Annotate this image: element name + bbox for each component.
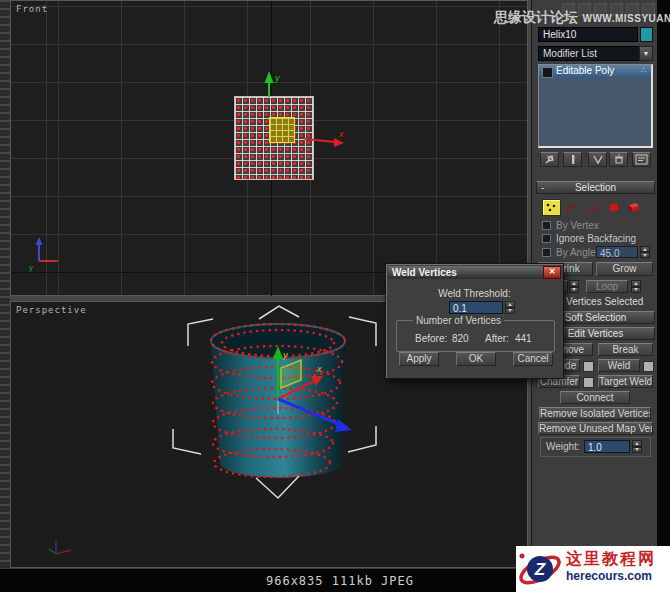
chamfer-settings-icon[interactable] <box>583 377 594 388</box>
image-info-text: 966x835 111kb JPEG <box>160 574 520 588</box>
modifier-list-dropdown[interactable]: Modifier List <box>538 46 653 61</box>
gizmo-y-label: y <box>282 350 288 360</box>
extrude-settings-icon[interactable] <box>583 361 594 372</box>
weld-threshold-field[interactable]: 0.1 <box>449 301 503 314</box>
ignore-backfacing-label: Ignore Backfacing <box>556 233 636 244</box>
weld-threshold-spinner[interactable] <box>505 301 515 314</box>
world-axis-y-label: y <box>29 263 33 272</box>
border-mode-icon[interactable] <box>583 199 600 214</box>
subobject-dots-icon: ∴ <box>641 66 647 75</box>
object-name-field[interactable]: Helix10 <box>538 27 638 42</box>
remove-isolated-vertices-button[interactable]: Remove Isolated Vertices <box>539 407 651 420</box>
logo-monogram: Z <box>534 560 546 579</box>
pin-stack-icon[interactable] <box>540 152 559 167</box>
loop-button[interactable]: Loop <box>586 280 628 293</box>
number-of-vertices-group: Number of Vertices Before: 820 After: 44… <box>396 320 555 352</box>
site-logo: Z 这里教程网 herecours.com <box>516 546 670 592</box>
application-window: Front y x y Perspective <box>0 0 670 592</box>
weld-threshold-label: Weld Threshold: <box>386 288 563 299</box>
connect-button[interactable]: Connect <box>560 391 630 404</box>
before-value: 820 <box>452 333 469 344</box>
vertex-mode-icon[interactable] <box>542 199 561 216</box>
by-angle-spinner[interactable] <box>640 246 650 258</box>
ok-button[interactable]: OK <box>456 352 496 366</box>
logo-text-block: 这里教程网 herecours.com <box>566 549 656 584</box>
grow-button[interactable]: Grow <box>596 262 653 276</box>
logo-title: 这里教程网 <box>566 549 656 569</box>
by-angle-label: By Angle: <box>556 247 598 258</box>
break-button[interactable]: Break <box>598 343 653 356</box>
edit-vertices-rollout-title: Edit Vertices <box>568 328 624 339</box>
apply-button[interactable]: Apply <box>399 352 439 366</box>
selection-rollout-title: Selection <box>575 182 616 193</box>
watermark-site-text: WWW.MISSYUAN.COM <box>582 13 670 24</box>
remove-unused-map-verts-button[interactable]: Remove Unused Map Verts <box>538 422 653 435</box>
cancel-button[interactable]: Cancel <box>513 352 553 366</box>
world-axis-z-head-icon <box>36 237 43 245</box>
x-axis-arrow-icon[interactable] <box>305 139 335 142</box>
right-edge-strip <box>657 0 670 568</box>
by-vertex-checkbox[interactable] <box>542 221 551 230</box>
before-label: Before: <box>415 333 447 344</box>
perspective-viewport-label[interactable]: Perspective <box>16 305 87 315</box>
gizmo-x-label: x <box>316 364 322 374</box>
close-icon[interactable]: ✕ <box>543 266 561 279</box>
collapse-icon[interactable]: - <box>541 182 544 193</box>
y-axis-label: y <box>274 73 280 83</box>
ignore-backfacing-checkbox[interactable] <box>542 234 551 243</box>
editable-poly-icon <box>542 67 553 78</box>
dialog-title-bar[interactable]: Weld Vertices <box>388 266 561 279</box>
logo-site: herecours.com <box>566 569 656 584</box>
weld-vertices-dialog: Weld Vertices ✕ Weld Threshold: 0.1 Numb… <box>385 263 564 379</box>
loop-spinner[interactable] <box>631 280 641 293</box>
by-angle-checkbox[interactable] <box>542 248 551 257</box>
by-angle-value-field[interactable]: 45.0 <box>596 246 638 258</box>
world-axis-tripod-icon <box>49 541 71 554</box>
selection-rollout-header[interactable]: - Selection <box>536 181 655 194</box>
weld-settings-icon[interactable] <box>643 361 654 372</box>
weight-value-field[interactable]: 1.0 <box>584 440 630 453</box>
modifier-stack-list[interactable]: Editable Poly ∴ <box>538 64 653 148</box>
edge-mode-icon[interactable] <box>563 199 580 214</box>
left-edge-toolbar-strip <box>0 0 10 568</box>
front-viewport[interactable]: Front y x y <box>10 0 528 296</box>
element-mode-icon[interactable] <box>625 199 642 214</box>
object-color-swatch[interactable] <box>640 27 653 42</box>
modifier-stack-row-label: Editable Poly <box>556 65 614 76</box>
front-viewport-overlay: y x y <box>11 1 529 297</box>
after-label: After: <box>485 333 509 344</box>
soft-selection-rollout-title: Soft Selection <box>565 312 627 323</box>
front-viewport-label[interactable]: Front <box>16 4 48 14</box>
remove-modifier-icon[interactable] <box>609 152 628 167</box>
weld-button[interactable]: Weld <box>598 359 640 372</box>
x-axis-arrowhead-icon[interactable] <box>334 138 344 147</box>
by-vertex-label: By Vertex <box>556 220 599 231</box>
configure-modifier-sets-icon[interactable] <box>632 152 651 167</box>
x-axis-label: x <box>338 129 344 139</box>
weight-label: Weight: <box>546 441 580 452</box>
watermark-forum-text: 思缘设计论坛 <box>494 9 578 25</box>
make-unique-icon[interactable] <box>588 152 607 167</box>
weight-spinner[interactable] <box>632 440 642 453</box>
dropdown-arrow-icon[interactable]: ▼ <box>639 46 653 61</box>
watermark: 思缘设计论坛 WWW.MISSYUAN.COM <box>494 8 670 27</box>
ring-spinner[interactable] <box>569 280 579 293</box>
modifier-stack-row[interactable]: Editable Poly ∴ <box>539 65 651 78</box>
polygon-mode-icon[interactable] <box>604 199 621 214</box>
y-axis-arrowhead-icon[interactable] <box>265 71 274 83</box>
logo-swoosh-icon: Z <box>517 546 565 592</box>
target-weld-button[interactable]: Target Weld <box>598 375 653 388</box>
after-value: 441 <box>515 333 532 344</box>
show-end-result-icon[interactable] <box>563 152 582 167</box>
number-of-vertices-label: Number of Vertices <box>413 315 504 326</box>
